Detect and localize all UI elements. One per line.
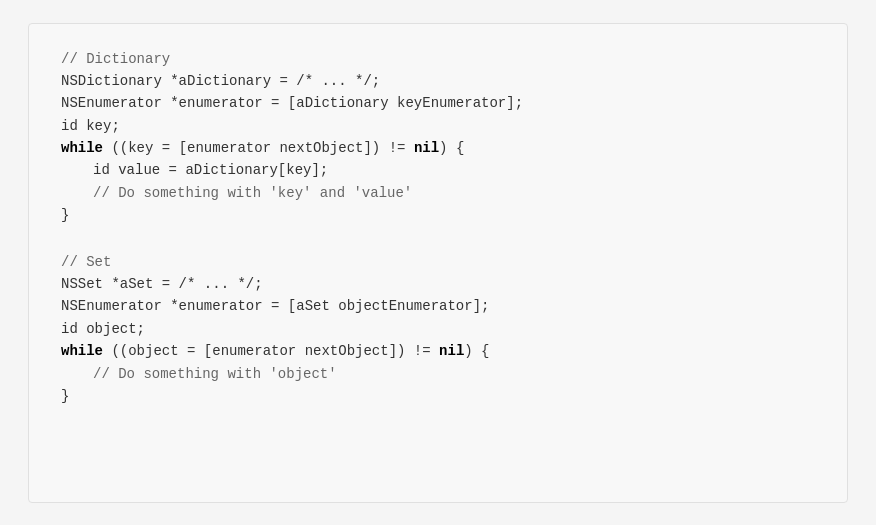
line-while-dict: while ((key = [enumerator nextObject]) !…: [61, 137, 815, 159]
while-condition-2: ((object = [enumerator nextObject]) !=: [103, 343, 439, 359]
set-block: // Set NSSet *aSet = /* ... */; NSEnumer…: [61, 251, 815, 408]
line-do-something-dict: // Do something with 'key' and 'value': [61, 182, 815, 204]
set-comment: // Set: [61, 251, 815, 273]
line-close-brace-2: }: [61, 385, 815, 407]
line-nsenumerator-dict: NSEnumerator *enumerator = [aDictionary …: [61, 92, 815, 114]
line-nsdictionary: NSDictionary *aDictionary = /* ... */;: [61, 70, 815, 92]
line-close-brace-1: }: [61, 204, 815, 226]
keyword-while-1: while: [61, 140, 103, 156]
line-nsset: NSSet *aSet = /* ... */;: [61, 273, 815, 295]
keyword-while-2: while: [61, 343, 103, 359]
dictionary-comment: // Dictionary: [61, 48, 815, 70]
dictionary-block: // Dictionary NSDictionary *aDictionary …: [61, 48, 815, 227]
line-nsenumerator-set: NSEnumerator *enumerator = [aSet objectE…: [61, 295, 815, 317]
keyword-nil-1: nil: [414, 140, 439, 156]
line-while-set: while ((object = [enumerator nextObject]…: [61, 340, 815, 362]
line-id-value: id value = aDictionary[key];: [61, 159, 815, 181]
line-id-key: id key;: [61, 115, 815, 137]
while-open-brace-2: ) {: [464, 343, 489, 359]
keyword-nil-2: nil: [439, 343, 464, 359]
line-id-object: id object;: [61, 318, 815, 340]
line-do-something-set: // Do something with 'object': [61, 363, 815, 385]
while-condition-1: ((key = [enumerator nextObject]) !=: [103, 140, 414, 156]
while-open-brace-1: ) {: [439, 140, 464, 156]
code-container: // Dictionary NSDictionary *aDictionary …: [28, 23, 848, 503]
